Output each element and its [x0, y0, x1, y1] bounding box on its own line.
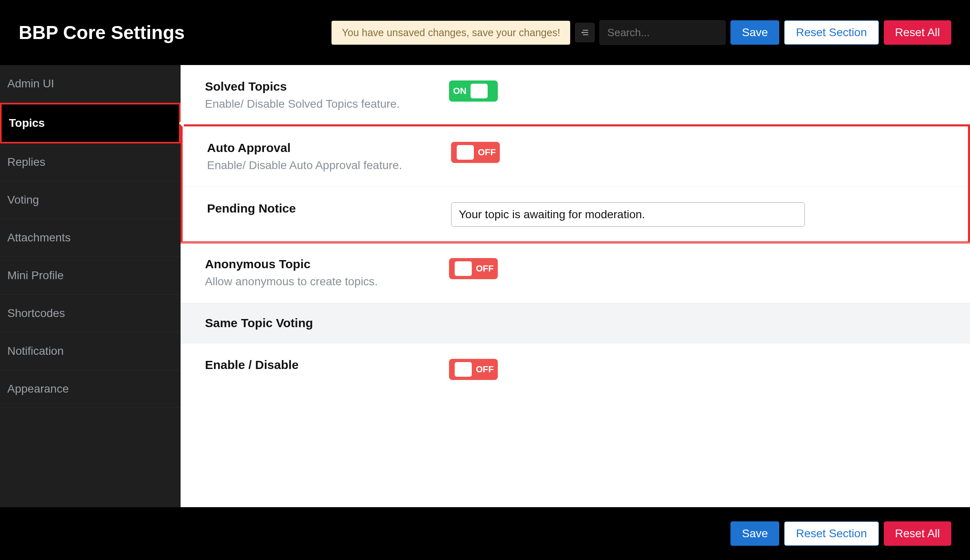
- app-root: BBP Core Settings You have unsaved chang…: [0, 0, 970, 560]
- setting-title: Auto Approval: [207, 141, 451, 155]
- sidebar-item-replies[interactable]: Replies: [0, 143, 181, 181]
- highlight-box: Auto Approval Enable/ Disable Auto Appro…: [181, 124, 970, 243]
- sidebar-item-label: Admin UI: [7, 77, 54, 90]
- setting-title: Pending Notice: [207, 202, 451, 215]
- save-button[interactable]: Save: [730, 20, 779, 45]
- solved-topics-toggle[interactable]: ON: [449, 80, 498, 102]
- sidebar-item-label: Shortcodes: [7, 307, 65, 319]
- sidebar-item-label: Appearance: [7, 382, 69, 395]
- body: Admin UI Topics Replies Voting Attachmen…: [0, 65, 970, 507]
- setting-title: Anonymous Topic: [205, 257, 449, 271]
- reset-section-button[interactable]: Reset Section: [784, 20, 878, 45]
- toggle-knob: [455, 362, 472, 377]
- sidebar: Admin UI Topics Replies Voting Attachmen…: [0, 65, 181, 507]
- header: BBP Core Settings You have unsaved chang…: [0, 0, 970, 65]
- toggle-label: OFF: [476, 263, 494, 274]
- same-topic-voting-toggle[interactable]: OFF: [449, 359, 498, 380]
- toggle-label: OFF: [478, 147, 496, 158]
- footer: Save Reset Section Reset All: [0, 507, 970, 560]
- sidebar-item-label: Notification: [7, 345, 64, 357]
- toggle-knob: [457, 145, 474, 160]
- sidebar-item-label: Voting: [7, 193, 39, 206]
- sidebar-item-mini-profile[interactable]: Mini Profile: [0, 257, 181, 295]
- setting-auto-approval: Auto Approval Enable/ Disable Auto Appro…: [183, 126, 968, 187]
- sidebar-item-notification[interactable]: Notification: [0, 332, 181, 370]
- unsaved-changes-banner: You have unsaved changes, save your chan…: [331, 21, 570, 45]
- setting-title: Enable / Disable: [205, 358, 449, 372]
- reset-all-button[interactable]: Reset All: [884, 20, 952, 45]
- sidebar-item-label: Attachments: [7, 231, 71, 244]
- sidebar-item-attachments[interactable]: Attachments: [0, 219, 181, 257]
- sidebar-item-topics[interactable]: Topics: [0, 103, 181, 143]
- content: Solved Topics Enable/ Disable Solved Top…: [181, 65, 970, 507]
- sidebar-item-appearance[interactable]: Appearance: [0, 370, 181, 408]
- toggle-knob: [455, 261, 472, 276]
- setting-same-topic-voting-enable: Enable / Disable OFF: [181, 343, 970, 395]
- collapse-icon[interactable]: [575, 23, 595, 42]
- footer-save-button[interactable]: Save: [730, 521, 779, 546]
- toggle-label: ON: [453, 86, 466, 96]
- auto-approval-toggle[interactable]: OFF: [451, 142, 500, 163]
- setting-anonymous-topic: Anonymous Topic Allow anonymous to creat…: [181, 242, 970, 303]
- sidebar-item-voting[interactable]: Voting: [0, 181, 181, 219]
- footer-reset-all-button[interactable]: Reset All: [884, 521, 952, 546]
- header-actions: You have unsaved changes, save your chan…: [331, 20, 951, 45]
- sidebar-item-label: Replies: [7, 156, 45, 168]
- sidebar-item-admin-ui[interactable]: Admin UI: [0, 65, 181, 103]
- section-heading-same-topic-voting: Same Topic Voting: [181, 303, 970, 343]
- sidebar-item-shortcodes[interactable]: Shortcodes: [0, 295, 181, 332]
- setting-desc: Enable/ Disable Auto Approval feature.: [207, 159, 451, 172]
- setting-desc: Allow anonymous to create topics.: [205, 275, 449, 288]
- pending-notice-input[interactable]: [451, 202, 805, 227]
- setting-desc: Enable/ Disable Solved Topics feature.: [205, 98, 449, 111]
- toggle-knob: [471, 84, 488, 98]
- toggle-label: OFF: [476, 364, 494, 375]
- page-title: BBP Core Settings: [19, 22, 185, 43]
- anonymous-topic-toggle[interactable]: OFF: [449, 258, 498, 279]
- setting-solved-topics: Solved Topics Enable/ Disable Solved Top…: [181, 65, 970, 126]
- search-input[interactable]: [599, 20, 726, 45]
- sidebar-item-label: Topics: [9, 117, 45, 129]
- setting-pending-notice: Pending Notice: [183, 187, 968, 241]
- sidebar-item-label: Mini Profile: [7, 269, 63, 282]
- footer-reset-section-button[interactable]: Reset Section: [784, 521, 878, 546]
- setting-title: Solved Topics: [205, 80, 449, 93]
